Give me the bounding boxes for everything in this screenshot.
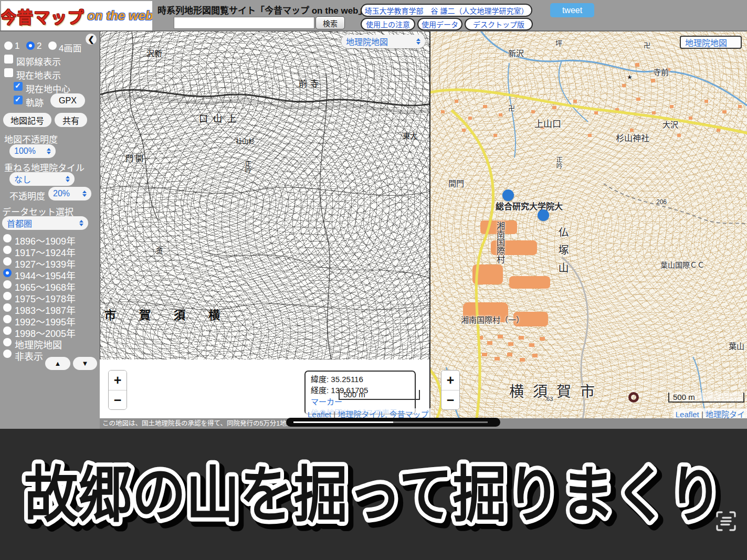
radio-dataset-hidden[interactable] <box>3 350 12 358</box>
tile-attribution-link[interactable]: 地理院タイ <box>706 410 745 418</box>
radio-dataset-1927[interactable] <box>3 257 12 266</box>
map-label: 湘南国際村（一） <box>461 314 524 325</box>
school-symbol: ★ <box>627 73 633 81</box>
radio-dataset-1896[interactable] <box>3 234 12 242</box>
map-symbol-button[interactable]: 地図記号 <box>3 113 51 127</box>
site-logo[interactable]: 今昔マップ on the web <box>1 1 152 30</box>
usage-data-link[interactable]: 使用データ <box>417 18 462 30</box>
caption-text-graphic: 故郷の山を掘って掘りまくり 故郷の山を掘って掘りまくり <box>0 429 747 560</box>
longitude-label: 経度: <box>311 386 329 395</box>
chevron-updown-icon <box>82 188 87 199</box>
location-ring-marker[interactable] <box>628 392 639 403</box>
opacity-select[interactable]: 100% <box>9 144 56 158</box>
zoom-out-button[interactable]: − <box>109 390 127 409</box>
track-point-marker[interactable] <box>502 189 514 201</box>
dataset-region-value: 首都圏 <box>7 217 32 229</box>
radio-dataset-1944[interactable] <box>3 269 12 277</box>
zoom-out-button[interactable]: − <box>441 390 459 409</box>
checkbox-grid-lines[interactable] <box>4 55 13 64</box>
chevron-updown-icon <box>79 218 83 228</box>
latitude-row: 緯度: 35.25116 <box>311 374 409 385</box>
video-progress-bar[interactable] <box>286 418 500 427</box>
radio-dataset-1998[interactable] <box>3 326 12 335</box>
search-input[interactable] <box>174 17 314 29</box>
zoom-in-button[interactable]: + <box>441 371 459 390</box>
logo-sub-text: on the web <box>87 8 152 23</box>
left-map-layer-select[interactable]: 地理院地図 <box>341 35 425 48</box>
right-map-layer-button[interactable]: 地理院地図 <box>680 36 742 49</box>
checkbox-center-location[interactable] <box>14 82 23 91</box>
dataset-down-button[interactable]: ▼ <box>73 357 97 370</box>
progress-fill <box>293 421 393 423</box>
page: 今昔マップ on the web 時系列地形図閲覧サイト「今昔マップ on th… <box>0 0 747 560</box>
map-label: 杉山神社 <box>616 131 649 144</box>
map-label: 門間 <box>125 152 145 163</box>
site-title: 時系列地形図閲覧サイト「今昔マップ on the web」 <box>157 3 367 16</box>
map-label: 口山上 <box>199 111 241 124</box>
header: 今昔マップ on the web 時系列地形図閲覧サイト「今昔マップ on th… <box>0 0 747 31</box>
radio-4-screen[interactable] <box>48 41 57 50</box>
map-label: 正吟 <box>243 161 252 173</box>
latitude-label: 緯度: <box>311 375 329 384</box>
map-label: 坪 <box>555 38 562 48</box>
map-label: 東大 <box>403 130 417 141</box>
opacity-value: 100% <box>14 146 36 156</box>
map-label: 湘南国際村 <box>493 221 506 263</box>
radio-4-label: 4画面 <box>59 41 81 54</box>
chevron-updown-icon <box>47 146 51 156</box>
scan-list-icon[interactable] <box>713 509 739 534</box>
dataset-hidden-label: 非表示 <box>15 349 43 363</box>
dataset-up-button[interactable]: ▲ <box>45 357 70 370</box>
overlay-opacity-value: 20% <box>53 189 70 198</box>
attribution-separator: | <box>699 410 706 418</box>
zoom-in-button[interactable]: + <box>109 371 127 390</box>
gpx-button[interactable]: GPX <box>50 93 85 108</box>
left-map-footer: + − 500 m 緯度: 35.25116 経度: 139.61705 マーカ… <box>100 360 429 418</box>
right-scale-bar: 500 m <box>668 393 744 403</box>
radio-dataset-1992[interactable] <box>3 315 12 323</box>
caption-banner: 故郷の山を掘って掘りまくり 故郷の山を掘って掘りまくり <box>0 429 747 560</box>
map-label: 金 <box>156 245 163 255</box>
sidebar: ❮ 1 2 4画面 図郭線表示 現在地表示 現在地中心 軌跡 GPX 地図記 <box>0 31 100 429</box>
leaflet-link[interactable]: Leaflet <box>676 410 699 418</box>
affiliation-link[interactable]: 埼玉大学教育学部 谷 謙二（人文地理学研究室） <box>361 4 532 17</box>
map-label: 前寺 <box>299 77 322 89</box>
radio-dataset-1917[interactable] <box>3 246 12 254</box>
desktop-version-link[interactable]: デスクトップ版 <box>465 18 533 30</box>
overlay-opacity-select[interactable]: 20% <box>48 187 91 200</box>
radio-dataset-gsi[interactable] <box>3 338 12 346</box>
radio-dataset-1975[interactable] <box>3 292 12 300</box>
overlay-tile-select[interactable]: なし <box>9 172 75 186</box>
elevation-label: .63 <box>545 396 553 402</box>
map-label: 市賀須横 <box>104 305 243 322</box>
usage-notes-link[interactable]: 使用上の注意 <box>361 18 415 30</box>
logo-main-text: 今昔マップ <box>1 4 84 28</box>
map-label: 葉山 <box>729 340 744 351</box>
checkbox-grid-lines-label: 図郭線表示 <box>16 55 61 68</box>
radio-2-screen[interactable] <box>26 41 35 50</box>
search-button[interactable]: 検索 <box>315 16 345 29</box>
map-label: 新沢 <box>508 47 524 58</box>
modern-map-panel[interactable]: 新沢 坪 寺前 上山口 杉山神社 大沢 間門 正吟 総合研究大学院大 湘南国際村… <box>429 31 747 418</box>
map-label: 間門 <box>448 177 464 188</box>
checkbox-current-location[interactable] <box>4 68 13 77</box>
chevron-updown-icon <box>66 174 70 184</box>
right-zoom-control: + − <box>441 370 460 410</box>
screen-mode-group: 1 2 4画面 <box>0 41 100 51</box>
map-label: 正吟 <box>554 156 563 169</box>
radio-1-screen[interactable] <box>4 41 13 50</box>
left-zoom-control: + − <box>108 370 127 410</box>
map-label: 寺前 <box>653 66 669 77</box>
map-label: 総合研究大学院大 <box>496 199 563 212</box>
share-button[interactable]: 共有 <box>55 113 87 127</box>
map-label: 横須賀市 <box>509 380 604 401</box>
radio-dataset-1965[interactable] <box>3 280 12 289</box>
dataset-region-select[interactable]: 首都圏 <box>2 216 88 230</box>
radio-dataset-1983[interactable] <box>3 303 12 312</box>
radio-2-label: 2 <box>37 41 41 51</box>
caption-text: 故郷の山を掘って掘りまくり <box>24 461 722 529</box>
tweet-button[interactable]: tweet <box>550 3 594 17</box>
checkbox-track[interactable] <box>14 96 23 104</box>
historical-map-panel[interactable]: 沢新 前寺 口山上 社山杉 門間 東大 金 正吟 市賀須横 地理院地図 <box>100 31 429 360</box>
track-point-marker[interactable] <box>538 209 549 221</box>
